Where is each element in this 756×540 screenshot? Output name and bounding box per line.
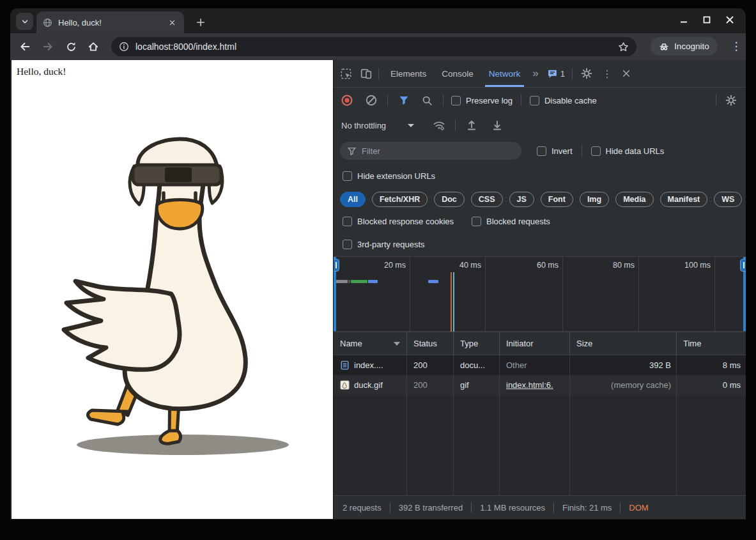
browser-tab[interactable]: Hello, duck! [36,12,184,33]
site-info-icon[interactable] [119,42,129,52]
devtools-menu-icon[interactable]: ⋮ [599,65,615,82]
throttling-row: No throttling [334,113,746,137]
network-conditions-icon[interactable] [431,117,447,134]
incognito-badge: Incognito [651,37,718,56]
initiator-link[interactable]: index.html:6. [506,380,553,390]
close-window-button[interactable] [723,13,737,27]
reload-button[interactable] [62,38,80,56]
request-row-index[interactable]: index.... 200 docu... Other 392 B 8 ms [334,355,746,375]
blocked-requests-label: Blocked requests [486,217,550,226]
chip-manifest[interactable]: Manifest [660,192,708,207]
request-table-empty-area [334,395,746,495]
tab-elements[interactable]: Elements [387,60,430,87]
network-toolbar: Preserve log Disable cache [334,88,746,113]
forward-button[interactable] [39,38,57,56]
console-messages-icon[interactable] [547,68,558,79]
summary-transferred: 392 B transferred [399,503,463,513]
timeline-right-grip[interactable] [740,259,746,272]
request-size: (memory cache) [570,375,677,395]
network-settings-gear-icon[interactable] [723,92,739,109]
network-overview-timeline[interactable]: 20 ms 40 ms 60 ms 80 ms 100 ms [334,256,746,332]
tab-title: Hello, duck! [58,18,166,27]
blocked-requests-checkbox[interactable] [472,217,481,226]
invert-checkbox[interactable] [537,146,546,156]
chip-fetch-xhr[interactable]: Fetch/XHR [372,192,428,207]
tab-search-button[interactable] [16,13,33,30]
duck-shadow [77,435,289,455]
import-har-icon[interactable] [463,117,480,134]
inspect-element-icon[interactable] [337,65,354,82]
request-type: docu... [454,355,500,375]
device-toolbar-icon[interactable] [358,65,374,82]
clear-network-log-icon[interactable] [363,92,380,109]
search-icon[interactable] [419,92,435,109]
home-button[interactable] [84,38,102,56]
browser-window: Hello, duck! [10,8,746,520]
summary-resources: 1.1 MB resources [480,503,545,513]
chip-ws[interactable]: WS [714,192,742,207]
waterfall-bar-duck [428,280,438,283]
third-party-requests-checkbox[interactable] [343,240,352,249]
browser-menu-button[interactable]: ⋮ [729,38,744,54]
timeline-left-grip[interactable] [334,259,339,272]
tick-40ms: 40 ms [443,261,481,270]
hide-extension-urls-label: Hide extension URLs [357,171,435,181]
column-name[interactable]: Name [334,332,407,355]
blocked-response-cookies-label: Blocked response cookies [357,217,454,226]
incognito-icon [659,42,669,52]
minimize-button[interactable] [677,13,691,27]
chip-font[interactable]: Font [541,192,573,207]
url-text: localhost:8000/index.html [135,42,236,52]
blocked-response-cookies-checkbox[interactable] [343,217,352,226]
sort-desc-icon [394,342,400,346]
column-size[interactable]: Size [570,332,677,355]
column-type[interactable]: Type [454,332,500,355]
globe-favicon-icon [43,18,52,27]
filter-input[interactable]: Filter [340,142,521,160]
tick-80ms: 80 ms [596,261,635,270]
bookmark-star-icon[interactable] [618,42,629,52]
column-time[interactable]: Time [677,332,746,355]
filter-row: Filter Invert Hide data URLs [334,137,746,164]
filter-icon[interactable] [396,92,412,109]
new-tab-button[interactable] [193,15,208,30]
column-status[interactable]: Status [407,332,454,355]
disable-cache-checkbox[interactable] [530,96,539,105]
chip-img[interactable]: Img [580,192,609,207]
request-size: 392 B [570,355,677,375]
preserve-log-checkbox[interactable] [451,96,461,105]
chip-css[interactable]: CSS [471,192,503,207]
devtools-settings-gear-icon[interactable] [578,65,595,82]
request-name: index.... [354,360,383,370]
request-row-duck[interactable]: duck.gif 200 gif index.html:6. (memory c… [334,375,746,395]
column-initiator[interactable]: Initiator [500,332,570,355]
hide-extension-urls-checkbox[interactable] [343,171,352,181]
throttling-caret-icon[interactable] [408,124,414,127]
tab-close-icon[interactable] [166,17,178,28]
tab-console[interactable]: Console [438,60,477,87]
waterfall-bar-tick [348,280,350,283]
back-button[interactable] [16,38,34,56]
invert-label: Invert [552,146,573,156]
more-tabs-icon[interactable]: » [532,67,538,80]
hide-data-urls-checkbox[interactable] [591,146,601,156]
request-status: 200 [407,355,454,375]
request-name: duck.gif [354,380,383,390]
window-controls [677,13,737,27]
tab-network[interactable]: Network [485,60,525,87]
chip-doc[interactable]: Doc [434,192,465,207]
hide-extension-row: Hide extension URLs [334,164,746,188]
chip-js[interactable]: JS [509,192,534,207]
throttling-select[interactable]: No throttling [341,121,386,130]
maximize-button[interactable] [700,13,714,27]
plus-icon [196,18,205,27]
address-bar[interactable]: localhost:8000/index.html [111,37,636,56]
chip-media[interactable]: Media [615,192,653,207]
preserve-log-label: Preserve log [466,96,513,105]
export-har-icon[interactable] [489,117,505,134]
chip-all[interactable]: All [340,192,366,207]
summary-finish: Finish: 21 ms [562,503,612,513]
devtools-close-icon[interactable] [618,65,635,82]
record-network-log-icon[interactable] [339,92,355,109]
hide-data-urls-label: Hide data URLs [606,146,665,156]
